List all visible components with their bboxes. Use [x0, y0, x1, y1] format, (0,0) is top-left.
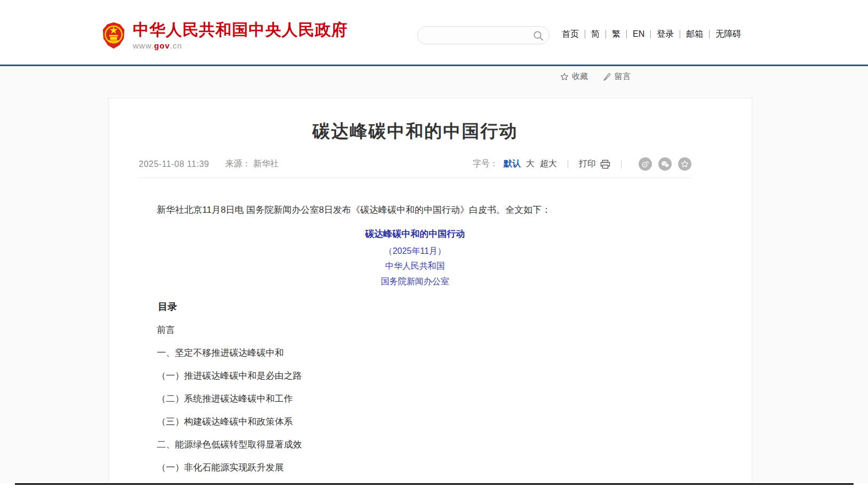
meta-divider	[139, 178, 691, 178]
source-label: 来源：	[225, 159, 251, 168]
share-group	[632, 157, 691, 171]
site-name: 中华人民共和国中央人民政府	[133, 21, 348, 39]
search-input[interactable]	[426, 27, 528, 43]
comment-label: 留言	[615, 71, 631, 82]
favorite-label: 收藏	[572, 71, 588, 82]
publish-datetime: 2025-11-08 11:39	[139, 159, 209, 169]
site-url-prefix: www.	[133, 41, 154, 50]
toc-item: （二）系统推进碳达峰碳中和工作	[139, 391, 691, 406]
print-label: 打印	[579, 158, 596, 170]
nav-login[interactable]: 登录	[651, 30, 680, 38]
toc-heading: 目录	[139, 300, 691, 314]
doc-title: 碳达峰碳中和的中国行动	[139, 227, 691, 241]
site-logo-link[interactable]: 中华人民共和国中央人民政府 www.gov.cn	[102, 21, 348, 50]
pencil-icon	[603, 73, 611, 81]
comment-button[interactable]: 留言	[603, 71, 631, 82]
toc-item: （一）推进碳达峰碳中和是必由之路	[139, 369, 691, 383]
weibo-share-icon[interactable]	[639, 157, 652, 171]
search-box	[417, 26, 550, 44]
site-header: 中华人民共和国中央人民政府 www.gov.cn 首页 简 繁 EN 登录 邮箱…	[0, 0, 868, 65]
site-title-block: 中华人民共和国中央人民政府 www.gov.cn	[133, 21, 348, 50]
toc-item: （一）非化石能源实现跃升发展	[139, 460, 691, 475]
article-title: 碳达峰碳中和的中国行动	[139, 119, 691, 143]
site-url-gov: gov	[154, 41, 170, 50]
font-size-default-button[interactable]: 默认	[504, 158, 521, 170]
toolbar-separator	[621, 160, 622, 169]
intro-paragraph: 新华社北京11月8日电 国务院新闻办公室8日发布《碳达峰碳中和的中国行动》白皮书…	[139, 203, 691, 217]
nav-simplified[interactable]: 简	[585, 30, 606, 38]
toolbar-separator	[568, 160, 568, 169]
article-meta-left: 2025-11-08 11:39 来源： 新华社	[139, 158, 278, 170]
article-body: 新华社北京11月8日电 国务院新闻办公室8日发布《碳达峰碳中和的中国行动》白皮书…	[139, 203, 691, 475]
nav-english[interactable]: EN	[627, 30, 651, 38]
nav-mail[interactable]: 邮箱	[680, 30, 710, 38]
national-emblem-icon	[102, 21, 125, 50]
favorite-button[interactable]: 收藏	[560, 71, 588, 82]
font-size-large-button[interactable]: 大	[526, 158, 535, 170]
toc-item: （三）构建碳达峰碳中和政策体系	[139, 414, 691, 429]
printer-icon	[600, 159, 610, 169]
doc-org-line: 国务院新闻办公室	[139, 274, 691, 289]
source-value: 新华社	[253, 159, 278, 168]
toc-item: 二、能源绿色低碳转型取得显著成效	[139, 437, 691, 452]
article-meta-row: 2025-11-08 11:39 来源： 新华社 字号： 默认 大 超大 打印	[139, 157, 691, 171]
toc-item: 一、坚定不移推进碳达峰碳中和	[139, 346, 691, 360]
top-nav: 首页 简 繁 EN 登录 邮箱 无障碍	[556, 30, 747, 38]
site-url: www.gov.cn	[133, 41, 348, 50]
print-button[interactable]: 打印	[579, 158, 610, 170]
nav-accessibility[interactable]: 无障碍	[710, 30, 747, 38]
doc-date: （2025年11月）	[139, 244, 691, 258]
site-url-suffix: .cn	[170, 41, 182, 50]
star-icon	[560, 73, 569, 81]
doc-org-line: 中华人民共和国	[139, 258, 691, 274]
toc-item: 前言	[139, 323, 691, 337]
article-toolbar: 字号： 默认 大 超大 打印	[473, 157, 691, 171]
page: 中华人民共和国中央人民政府 www.gov.cn 首页 简 繁 EN 登录 邮箱…	[0, 0, 868, 488]
source: 来源： 新华社	[225, 158, 278, 170]
search-icon[interactable]	[533, 30, 544, 41]
wechat-share-icon[interactable]	[658, 157, 672, 171]
page-actions: 收藏 留言	[560, 71, 646, 82]
main-area: 收藏 留言 碳达峰碳中和的中国行动 2025-11-08 11:39 来源： 新…	[0, 66, 868, 483]
font-size-xlarge-button[interactable]: 超大	[540, 158, 557, 170]
nav-traditional[interactable]: 繁	[606, 30, 627, 38]
viewport-bottom-edge	[15, 483, 854, 485]
article-card: 碳达峰碳中和的中国行动 2025-11-08 11:39 来源： 新华社 字号：…	[108, 98, 752, 483]
favorite-share-icon[interactable]	[678, 157, 691, 171]
font-size-label: 字号：	[473, 158, 498, 170]
nav-home[interactable]: 首页	[556, 30, 585, 38]
